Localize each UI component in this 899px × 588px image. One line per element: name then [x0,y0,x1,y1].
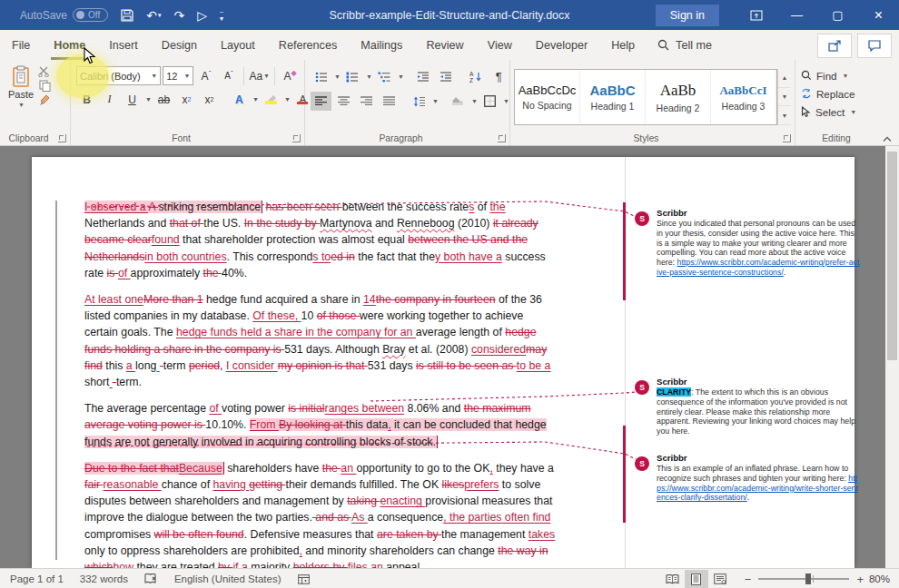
customize-qat-icon[interactable]: ⎯▾ [220,8,223,23]
run-icon[interactable]: ▷ [197,9,207,22]
tab-mailings[interactable]: Mailings [349,30,414,60]
language-indicator[interactable]: English (United States) [166,569,290,588]
document-body[interactable]: I observed a A striking resemblance has … [84,199,557,568]
undo-icon[interactable]: ↶▾ [146,9,161,22]
redo-icon[interactable]: ↷ [173,9,184,22]
zoom-slider-thumb[interactable] [805,573,811,584]
chevron-down-icon[interactable]: ▼ [334,74,341,80]
style-heading-2[interactable]: AaBbHeading 2 [646,70,711,124]
sign-in-button[interactable]: Sign in [656,5,719,26]
comment-link[interactable]: https://www.scribbr.com/academic-writing… [657,258,859,277]
clipboard-dialog-launcher[interactable] [58,134,66,142]
paragraph-dialog-launcher[interactable] [498,134,506,142]
decrease-indent-button[interactable] [413,67,434,86]
paragraph[interactable]: The average percentage of voting power i… [84,400,557,450]
print-layout-button[interactable] [685,570,708,588]
tab-home[interactable]: Home [42,30,97,60]
shading-button[interactable] [448,92,469,111]
chevron-down-icon[interactable]: ▼ [398,74,404,80]
chevron-down-icon[interactable]: ▼ [471,98,478,104]
align-center-button[interactable] [333,92,354,111]
styles-dialog-launcher[interactable] [783,134,791,142]
paragraph[interactable]: Due to the fact thatBecause shareholders… [84,460,557,568]
share-button[interactable] [817,34,852,58]
show-formatting-button[interactable]: ¶ [489,67,509,86]
justify-button[interactable] [379,92,400,111]
zoom-in-icon[interactable]: + [856,573,864,586]
highlight-color-button[interactable] [261,90,282,109]
clear-formatting-button[interactable]: A◆ [280,66,301,85]
page-indicator[interactable]: Page 1 of 1 [2,569,72,588]
autosave-toggle[interactable]: AutoSave Off [20,8,108,22]
numbering-button[interactable] [342,67,363,86]
align-right-button[interactable] [356,92,377,111]
borders-button[interactable] [479,92,500,111]
tab-insert[interactable]: Insert [97,30,150,60]
macro-record-icon[interactable] [290,569,318,588]
web-layout-button[interactable] [708,570,732,588]
read-mode-button[interactable] [661,570,685,588]
chevron-down-icon[interactable]: ▼ [145,96,152,103]
chevron-down-icon[interactable]: ▼ [252,96,259,103]
tab-layout[interactable]: Layout [209,30,267,60]
paste-button[interactable]: Paste ▼ [4,64,38,131]
format-painter-button[interactable] [39,94,51,106]
chevron-down-icon[interactable]: ▼ [284,96,291,103]
chevron-down-icon[interactable]: ▼ [432,98,439,104]
vertical-scrollbar[interactable] [885,146,899,568]
maximize-button[interactable]: ▢ [817,0,858,30]
chevron-down-icon[interactable]: ▼ [366,74,372,80]
proofing-status-icon[interactable] [136,569,166,588]
tab-developer[interactable]: Developer [524,30,599,60]
bold-button[interactable]: B [76,90,97,109]
zoom-out-icon[interactable]: − [745,573,752,586]
comment-2[interactable]: SScribbrCLARITY: The extent to which thi… [635,377,873,436]
tab-help[interactable]: Help [599,30,647,60]
cut-button[interactable] [38,66,51,77]
comment-link[interactable]: https://www.scribbr.com/academic-writing… [657,474,858,503]
word-count[interactable]: 332 words [72,569,136,588]
strikethrough-button[interactable]: ab [153,90,174,109]
select-button[interactable]: Select ▼ [799,103,874,121]
ribbon-display-options-icon[interactable] [736,0,776,30]
style-no-spacing[interactable]: AaBbCcDcNo Spacing [515,70,580,124]
change-case-button[interactable]: Aa▼ [249,66,270,85]
tab-design[interactable]: Design [150,30,209,60]
font-name-combo[interactable]: Calibri (Body) ▼ [76,66,161,85]
text-effects-button[interactable]: A [229,90,250,109]
bullets-button[interactable] [311,67,331,86]
italic-button[interactable]: I [99,90,120,109]
font-dialog-launcher[interactable] [292,134,301,142]
grow-font-button[interactable]: Aˆ [195,66,216,85]
zoom-slider[interactable]: − + [745,573,864,586]
scrollbar-thumb[interactable] [887,152,897,360]
underline-button[interactable]: U [122,90,143,109]
tab-review[interactable]: Review [414,30,475,60]
subscript-button[interactable]: x2 [176,90,197,109]
styles-scroll-up-icon[interactable]: ▲ [778,69,791,88]
autosave-switch[interactable]: Off [73,8,108,22]
close-button[interactable]: × [858,0,899,30]
paragraph[interactable]: At least oneMore than 1 hedge fund acqui… [84,291,557,390]
line-spacing-button[interactable] [409,92,430,111]
style-heading-3[interactable]: AaBbCcIHeading 3 [711,70,776,124]
comment-1[interactable]: SScribbrSince you indicated that persona… [635,208,873,278]
zoom-percentage[interactable]: 80% [869,573,897,584]
comment-3[interactable]: SScribbrThis is an example of an inflate… [635,453,873,503]
replace-button[interactable]: Replace [799,84,874,103]
copy-button[interactable] [39,80,51,92]
styles-more-icon[interactable]: ▼ [778,106,791,125]
sort-button[interactable]: AZ [466,67,487,86]
tab-references[interactable]: References [267,30,349,60]
comments-button[interactable] [857,34,892,58]
collapse-ribbon-icon[interactable] [883,136,892,142]
chevron-down-icon[interactable]: ▼ [503,98,509,104]
font-size-combo[interactable]: 12 ▼ [163,66,193,85]
tab-file[interactable]: File [0,30,42,60]
save-icon[interactable] [121,9,133,22]
multilevel-list-button[interactable] [374,67,395,86]
increase-indent-button[interactable] [436,67,457,86]
style-heading-1[interactable]: AaBbCHeading 1 [580,70,646,124]
paragraph[interactable]: I observed a A striking resemblance has … [84,199,557,281]
superscript-button[interactable]: x2 [199,90,220,109]
